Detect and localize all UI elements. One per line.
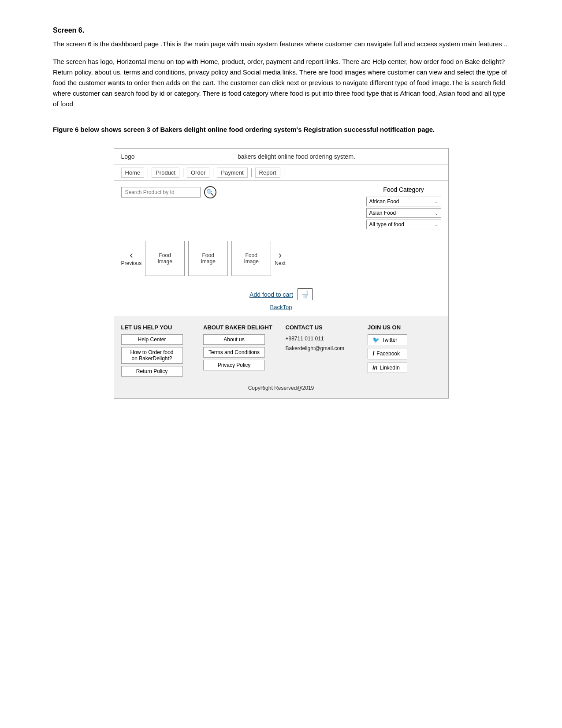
backtop-row: BackTop [114,302,448,317]
all-food-select[interactable]: All type of food ⌄ [366,220,441,229]
contact-email: Bakerdelight@gmail.com [286,344,359,354]
nav-sep-4 [251,168,252,177]
previous-label: Previous [121,260,142,266]
linkedin-icon: in [372,364,378,371]
figure-caption: Figure 6 below shows screen 3 of Bakers … [53,124,509,135]
next-button[interactable]: › Next [275,250,286,266]
nav-sep-2 [183,168,183,177]
food-category-title: Food Category [366,186,441,193]
about-col-title: ABOUT BAKER DELIGHT [203,324,277,331]
linkedin-label: LinkedIn [380,365,400,371]
privacy-policy-button[interactable]: Privacy Policy [203,360,265,370]
about-column: ABOUT BAKER DELIGHT About us Terms and C… [203,324,277,373]
african-food-select[interactable]: African Food ⌄ [366,197,441,206]
chevron-down-icon: ⌄ [435,222,438,227]
nav-sep-5 [284,168,284,177]
help-col-title: LET US HELP YOU [121,324,195,331]
copyright: CopyRight Reserved@2019 [121,385,441,391]
nav-report[interactable]: Report [255,168,280,178]
search-input[interactable] [121,187,201,198]
footer: LET US HELP YOU Help Center How to Order… [114,317,448,398]
nav-home[interactable]: Home [121,168,145,178]
nav-sep-3 [213,168,213,177]
footer-columns: LET US HELP YOU Help Center How to Order… [121,324,441,379]
join-column: JOIN US ON 🐦 Twitter f Facebook in Linke… [368,324,441,373]
cart-icon-button[interactable]: 🚽 [298,288,313,300]
food-image-2-label: FoodImage [201,252,216,265]
next-label: Next [275,260,286,266]
nav-sep-1 [148,168,148,177]
next-arrow-icon: › [279,250,282,260]
asian-food-select[interactable]: Asian Food ⌄ [366,208,441,218]
search-section: 🔍 [121,186,216,198]
african-food-label: African Food [369,198,399,205]
facebook-icon: f [372,350,374,357]
twitter-button[interactable]: 🐦 Twitter [368,334,407,345]
site-title: bakers delight online food ordering syst… [152,153,441,160]
ui-mockup: Logo bakers delight online food ordering… [114,148,449,399]
logo: Logo [121,153,143,160]
add-food-to-cart-link[interactable]: Add food to cart [249,291,293,298]
twitter-icon: 🐦 [372,336,380,343]
screen-title: Screen 6. [53,26,509,34]
contact-column: CONTACT US +98711 011 011 Bakerdelight@g… [286,324,359,353]
description-1: The screen 6 is the dashboard page .This… [53,39,509,49]
facebook-label: Facebook [376,351,400,357]
contact-col-title: CONTACT US [286,324,359,331]
chevron-down-icon: ⌄ [435,211,438,216]
facebook-button[interactable]: f Facebook [368,348,407,359]
nav-product[interactable]: Product [152,168,179,178]
help-column: LET US HELP YOU Help Center How to Order… [121,324,195,379]
about-us-button[interactable]: About us [203,334,265,345]
header: Logo bakers delight online food ordering… [114,149,448,165]
return-policy-button[interactable]: Return Policy [121,366,183,377]
previous-button[interactable]: ‹ Previous [121,250,142,266]
linkedin-button[interactable]: in LinkedIn [368,362,407,373]
search-icon: 🔍 [206,189,214,196]
description-2: The screen has logo, Horizontal menu on … [53,56,509,109]
previous-arrow-icon: ‹ [130,250,133,260]
chevron-down-icon: ⌄ [435,199,438,204]
how-to-order-button[interactable]: How to Order food on BakerDelight? [121,347,183,364]
help-center-button[interactable]: Help Center [121,334,183,345]
cart-icon: 🚽 [301,290,309,299]
backtop-link[interactable]: BackTop [270,304,292,310]
search-button[interactable]: 🔍 [204,186,216,198]
nav-order[interactable]: Order [187,168,209,178]
nav-bar: Home Product Order Payment Report [114,165,448,181]
food-images-row: ‹ Previous FoodImage FoodImage FoodImage… [114,236,448,285]
terms-conditions-button[interactable]: Terms and Conditions [203,347,265,358]
asian-food-label: Asian Food [369,210,396,216]
twitter-label: Twitter [382,337,397,343]
food-image-3: FoodImage [231,241,271,276]
join-col-title: JOIN US ON [368,324,441,331]
contact-phone: +98711 011 011 [286,334,359,344]
food-image-2: FoodImage [188,241,228,276]
search-category-row: 🔍 Food Category African Food ⌄ Asian Foo… [114,181,448,236]
food-image-1-label: FoodImage [158,252,172,265]
add-cart-row: Add food to cart 🚽 [114,285,448,302]
nav-payment[interactable]: Payment [217,168,247,178]
food-image-3-label: FoodImage [244,252,259,265]
social-links: 🐦 Twitter f Facebook in LinkedIn [368,334,441,373]
food-category-section: Food Category African Food ⌄ Asian Food … [366,186,441,231]
all-food-label: All type of food [369,221,404,228]
food-image-1: FoodImage [145,241,185,276]
